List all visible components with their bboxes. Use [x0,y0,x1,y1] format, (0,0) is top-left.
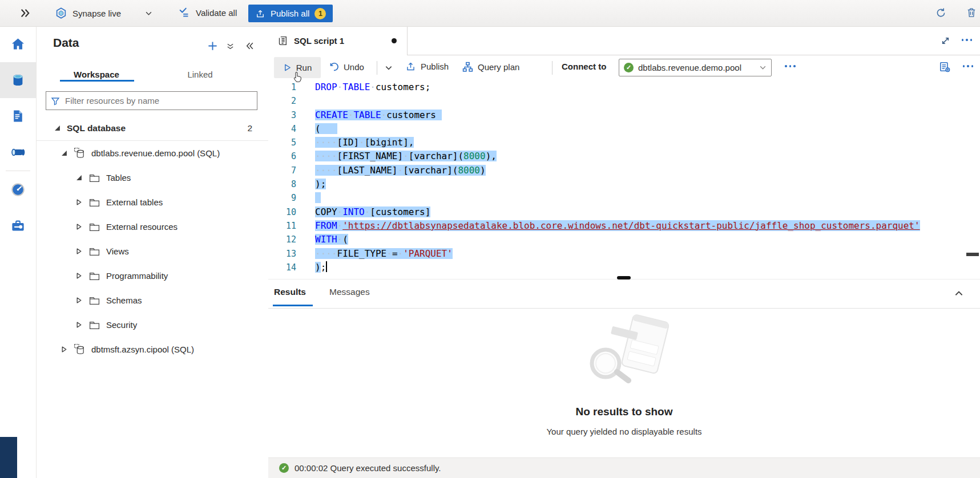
sql-editor[interactable]: 1DROP·TABLE·customers;23CREATE·TABLE·cus… [268,80,980,279]
editor-line[interactable]: 2 [268,94,980,108]
tree-collapsed-toggle[interactable] [75,199,83,205]
tree-item-label: dbtmsft.azsyn.cipool (SQL) [91,345,194,354]
expand-rail-button[interactable] [19,7,31,19]
tab-results[interactable]: Results [274,287,306,297]
tree-collapsed-icon [76,322,82,328]
results-splitter-handle[interactable] [617,276,631,279]
editor-line[interactable]: 14); [268,261,980,274]
pool-dropdown[interactable]: dbtlabs.revenue.demo.pool [619,59,772,76]
rail-item-integrate[interactable] [0,134,36,170]
expand-editor-button[interactable] [941,36,950,46]
editor-line[interactable]: 6····[FIRST_NAME]·[varchar](8000), [268,149,980,163]
results-tab-underline [273,305,313,306]
rail-item-data[interactable] [0,62,36,98]
tree-collapsed-toggle[interactable] [75,273,83,279]
tab-messages[interactable]: Messages [329,287,370,297]
line-number: 14 [268,261,296,274]
pool-dropdown-value: dbtlabs.revenue.demo.pool [638,63,741,72]
mode-selector[interactable]: Synapse live [55,7,121,19]
refresh-button[interactable] [935,7,947,19]
editor-line[interactable]: 8); [268,177,980,191]
editor-line[interactable]: 7····[LAST_NAME]·[varchar](8000) [268,164,980,177]
rail-item-develop[interactable] [0,98,36,134]
tree-item-label: External resources [106,222,178,232]
plus-icon [207,40,218,51]
rail-item-home[interactable] [0,26,36,62]
folder-icon [89,222,100,232]
publish-button[interactable]: Publish [405,61,449,72]
line-content: DROP·TABLE·customers; [296,80,430,94]
undo-label: Undo [344,62,364,72]
active-tab-underline [60,80,134,82]
sql-pool-icon [74,147,86,159]
run-button[interactable]: Run [274,57,321,78]
validate-all-button[interactable]: Validate all [178,6,237,19]
collapse-panel-button[interactable] [245,41,255,51]
text-caret [326,261,327,272]
editor-line[interactable]: 3CREATE·TABLE·customers [268,108,980,122]
undo-button[interactable]: Undo [329,62,364,72]
tree-row[interactable]: Programmability [36,264,268,288]
editor-line[interactable]: 12WITH·( [268,233,980,246]
toolbar-overflow-button[interactable] [963,65,974,67]
discard-button[interactable] [966,7,977,18]
collapse-results-button[interactable] [954,289,964,299]
doc-tab-title: SQL script 1 [294,36,344,46]
query-plan-icon [462,62,473,72]
tree-item-label: Tables [106,173,131,183]
tree-collapsed-toggle[interactable] [60,346,68,353]
editor-line[interactable]: 9 [268,191,980,205]
line-number: 5 [268,136,296,149]
run-label: Run [296,63,312,72]
tree-collapsed-icon [76,297,82,303]
editor-line[interactable]: 13····FILE_TYPE·=·'PARQUET' [268,247,980,261]
line-content: ····FILE_TYPE·=·'PARQUET' [296,247,453,261]
tree-expanded-toggle[interactable] [75,175,83,181]
collapse-all-button[interactable] [226,42,235,51]
editor-line[interactable]: 5····[ID]·[bigint], [268,136,980,149]
editor-scrollbar-thumb[interactable] [966,253,979,256]
tree-row[interactable]: Security [36,313,268,337]
tree-row[interactable]: dbtlabs.revenue.demo.pool (SQL) [36,141,268,165]
properties-icon [939,61,950,72]
properties-button[interactable] [939,61,950,72]
editor-line[interactable]: 10COPY·INTO·[customers] [268,205,980,219]
tree-row[interactable]: Views [36,239,268,264]
more-icon [785,65,796,67]
doc-tab-sql-script[interactable]: SQL script 1 [268,26,408,55]
develop-document-icon [11,109,25,123]
mode-dropdown-chevron[interactable] [145,10,152,17]
rail-item-manage[interactable] [0,208,36,244]
undo-redo-chevron[interactable] [385,64,393,72]
chevron-up-icon [954,289,964,299]
top-command-bar: Synapse live Validate all Publish all 1 [0,0,980,27]
tab-more-button[interactable] [962,39,973,41]
tree-row[interactable]: SQL database2 [36,116,268,141]
publish-label: Publish [421,62,449,71]
editor-line[interactable]: 11FROM·'https://dbtlabsynapsedatalake.bl… [268,219,980,233]
tree-expanded-toggle[interactable] [60,150,68,156]
toolbar-more-button[interactable] [785,65,796,67]
tree-row[interactable]: External tables [36,190,268,214]
tree-row[interactable]: External resources [36,214,268,239]
tree-collapsed-toggle[interactable] [75,248,83,254]
tree-row[interactable]: Tables [36,165,268,190]
tree-expanded-toggle[interactable] [53,125,62,131]
editor-line[interactable]: 1DROP·TABLE·customers; [268,80,980,94]
query-plan-button[interactable]: Query plan [462,62,519,72]
tree-collapsed-toggle[interactable] [75,297,83,303]
filter-box [46,91,257,110]
tree-collapsed-icon [76,273,82,279]
tree-row[interactable]: dbtmsft.azsyn.cipool (SQL) [36,337,268,362]
tree-collapsed-toggle[interactable] [75,322,83,328]
tree-collapsed-icon [76,199,82,205]
publish-all-button[interactable]: Publish all 1 [248,5,333,22]
tab-linked[interactable]: Linked [173,66,227,82]
sql-pool-icon [74,343,86,355]
filter-input[interactable] [64,95,252,106]
tree-collapsed-toggle[interactable] [75,224,83,230]
editor-line[interactable]: 4( [268,122,980,136]
tree-row[interactable]: Schemas [36,288,268,313]
rail-item-monitor[interactable] [0,172,36,208]
add-resource-button[interactable] [207,40,218,51]
